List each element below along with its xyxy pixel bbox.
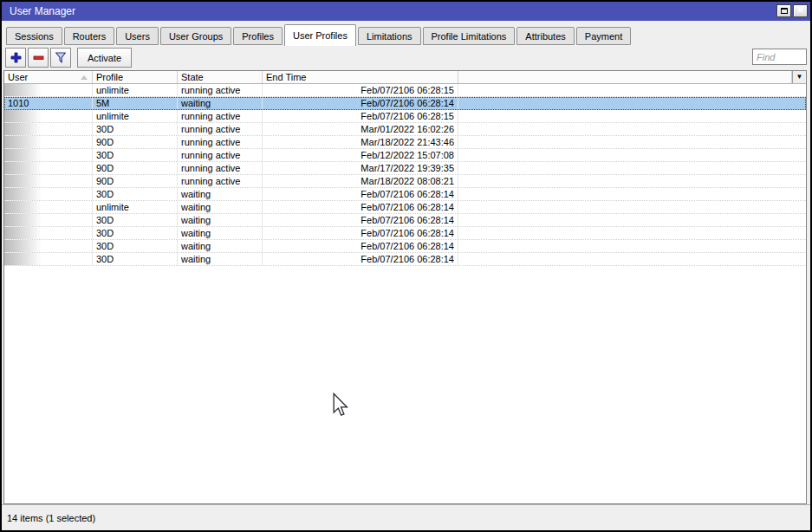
- maximize-button[interactable]: [776, 4, 791, 17]
- maximize-icon: [781, 8, 788, 14]
- tab-profile-limitations[interactable]: Profile Limitations: [423, 27, 516, 45]
- cell-user: [4, 110, 93, 122]
- user-profiles-table: User Profile State End Time ▼ unlimiteru…: [3, 70, 807, 504]
- tab-sessions[interactable]: Sessions: [6, 27, 62, 45]
- tab-payment[interactable]: Payment: [576, 27, 631, 45]
- tab-users[interactable]: Users: [116, 27, 159, 45]
- cell-end-time: Feb/07/2106 06:28:14: [263, 253, 458, 265]
- cell-filler: [458, 110, 806, 122]
- cell-filler: [458, 240, 806, 252]
- tab-profiles[interactable]: Profiles: [233, 27, 283, 45]
- table-row[interactable]: unlimitewaitingFeb/07/2106 06:28:14: [4, 201, 806, 214]
- cell-profile: 30D: [93, 188, 178, 200]
- cell-end-time: Feb/07/2106 06:28:14: [263, 227, 458, 239]
- cell-end-time: Mar/01/2022 16:02:26: [263, 123, 458, 135]
- chevron-down-icon: ▼: [796, 74, 803, 81]
- table-row[interactable]: 90Drunning activeMar/18/2022 08:08:21: [4, 175, 806, 188]
- cell-user: [4, 149, 93, 161]
- table-row[interactable]: 30Drunning activeFeb/12/2022 15:07:08: [4, 149, 806, 162]
- statusbar: 14 items (1 selected): [2, 504, 810, 530]
- cell-end-time: Feb/07/2106 06:28:15: [263, 84, 458, 96]
- tab-limitations[interactable]: Limitations: [358, 27, 421, 45]
- table-row[interactable]: 90Drunning activeMar/17/2022 19:39:35: [4, 162, 806, 175]
- cell-user: [4, 136, 93, 148]
- cell-state: waiting: [178, 253, 263, 265]
- cell-state: waiting: [178, 97, 263, 109]
- filter-button[interactable]: [50, 48, 71, 68]
- titlebar[interactable]: User Manager ✕: [2, 2, 810, 21]
- cell-end-time: Mar/18/2022 08:08:21: [263, 175, 458, 187]
- cell-filler: [458, 123, 806, 135]
- table-row[interactable]: 30DwaitingFeb/07/2106 06:28:14: [4, 214, 806, 227]
- table-row[interactable]: 30DwaitingFeb/07/2106 06:28:14: [4, 227, 806, 240]
- cell-state: running active: [178, 84, 263, 96]
- cell-end-time: Mar/18/2022 21:43:46: [263, 136, 458, 148]
- cell-profile: 30D: [93, 214, 178, 226]
- redaction-overlay: [4, 214, 42, 226]
- cell-state: waiting: [178, 214, 263, 226]
- cell-user: [4, 188, 93, 200]
- cell-profile: 30D: [93, 240, 178, 252]
- cell-profile: 30D: [93, 123, 178, 135]
- column-header-filler: [458, 71, 792, 83]
- cell-filler: [458, 149, 806, 161]
- column-header-user[interactable]: User: [4, 71, 93, 83]
- plus-icon: [10, 52, 22, 63]
- table-row[interactable]: 30DwaitingFeb/07/2106 06:28:14: [4, 240, 806, 253]
- add-button[interactable]: [5, 48, 26, 68]
- table-body: unlimiterunning activeFeb/07/2106 06:28:…: [4, 84, 806, 266]
- cell-filler: [458, 253, 806, 265]
- tab-user-groups[interactable]: User Groups: [160, 27, 231, 45]
- table-row[interactable]: 10105MwaitingFeb/07/2106 06:28:14: [4, 97, 806, 110]
- cell-filler: [458, 84, 806, 96]
- column-header-end-time[interactable]: End Time: [263, 71, 458, 83]
- user-manager-window: User Manager ✕ SessionsRoutersUsersUser …: [0, 0, 812, 532]
- cell-filler: [458, 175, 806, 187]
- column-options-button[interactable]: ▼: [792, 71, 806, 83]
- redaction-overlay: [4, 136, 42, 148]
- table-row[interactable]: 90Drunning activeMar/18/2022 21:43:46: [4, 136, 806, 149]
- cell-filler: [458, 97, 806, 109]
- cell-end-time: Feb/07/2106 06:28:14: [263, 188, 458, 200]
- cell-profile: 90D: [93, 162, 178, 174]
- cell-user: [4, 162, 93, 174]
- cell-user: [4, 214, 93, 226]
- cell-end-time: Feb/12/2022 15:07:08: [263, 149, 458, 161]
- tab-attributes[interactable]: Attributes: [516, 27, 574, 45]
- cell-end-time: Feb/07/2106 06:28:14: [263, 214, 458, 226]
- table-row[interactable]: 30DwaitingFeb/07/2106 06:28:14: [4, 253, 806, 266]
- table-row[interactable]: 30DwaitingFeb/07/2106 06:28:14: [4, 188, 806, 201]
- cell-state: running active: [178, 136, 263, 148]
- window-title: User Manager: [10, 5, 75, 17]
- cell-profile: 90D: [93, 136, 178, 148]
- activate-button[interactable]: Activate: [77, 48, 132, 68]
- cell-state: running active: [178, 162, 263, 174]
- cell-end-time: Feb/07/2106 06:28:14: [263, 201, 458, 213]
- cell-state: waiting: [178, 188, 263, 200]
- remove-button[interactable]: [28, 48, 49, 68]
- close-button[interactable]: ✕: [793, 4, 808, 17]
- redaction-overlay: [4, 84, 42, 96]
- cell-profile: 5M: [93, 97, 178, 109]
- column-header-state[interactable]: State: [178, 71, 263, 83]
- cell-filler: [458, 227, 806, 239]
- cell-end-time: Feb/07/2106 06:28:14: [263, 240, 458, 252]
- column-header-profile[interactable]: Profile: [93, 71, 178, 83]
- cell-filler: [458, 188, 806, 200]
- cell-end-time: Feb/07/2106 06:28:15: [263, 110, 458, 122]
- table-header: User Profile State End Time ▼: [4, 71, 806, 84]
- cell-state: waiting: [178, 201, 263, 213]
- redaction-overlay: [4, 240, 42, 252]
- find-input[interactable]: [752, 49, 807, 65]
- cell-profile: unlimite: [93, 110, 178, 122]
- table-row[interactable]: unlimiterunning activeFeb/07/2106 06:28:…: [4, 110, 806, 123]
- cell-user: [4, 175, 93, 187]
- tab-user-profiles[interactable]: User Profiles: [284, 24, 356, 46]
- cell-state: running active: [178, 175, 263, 187]
- table-row[interactable]: 30Drunning activeMar/01/2022 16:02:26: [4, 123, 806, 136]
- cell-profile: unlimite: [93, 201, 178, 213]
- table-row[interactable]: unlimiterunning activeFeb/07/2106 06:28:…: [4, 84, 806, 97]
- cell-user: [4, 201, 93, 213]
- sort-ascending-icon: [81, 75, 88, 80]
- tab-routers[interactable]: Routers: [64, 27, 115, 45]
